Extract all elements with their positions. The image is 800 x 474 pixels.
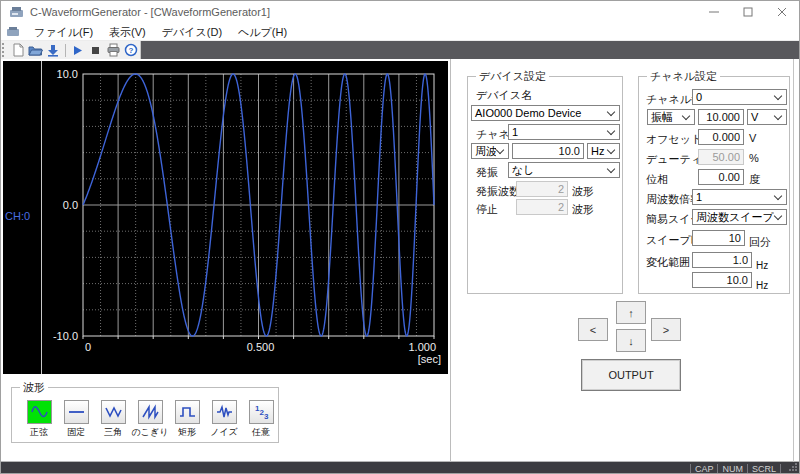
duty-unit: %: [749, 152, 759, 164]
channel-number-select[interactable]: 0: [692, 89, 787, 105]
waveform-button-sine[interactable]: [27, 400, 52, 424]
chevron-down-icon: [774, 213, 783, 222]
chevron-down-icon: [774, 93, 783, 102]
range-max-unit: Hz: [756, 280, 768, 291]
waveform-cell-sawtooth: のこぎり: [132, 400, 168, 439]
save-button[interactable]: [44, 42, 62, 59]
nav-down-button[interactable]: ↓: [616, 329, 646, 352]
waveform-plot: 10.00.0-10.000.5001.000[sec]CH:0: [3, 61, 448, 374]
svg-text:0.500: 0.500: [247, 341, 275, 353]
maximize-button[interactable]: [731, 1, 765, 23]
oscillation-waves-input: [516, 181, 568, 197]
app-icon: [9, 6, 24, 19]
freq-multiplier-select[interactable]: 1: [692, 189, 787, 205]
stop-waves-unit: 波形: [572, 202, 594, 217]
chevron-down-icon: [607, 109, 616, 118]
mdi-child-icon: [6, 26, 20, 38]
svg-text:123: 123: [255, 404, 269, 420]
phase-unit: 度: [749, 172, 760, 187]
sweep-select[interactable]: 周波数スイープ: [692, 209, 787, 225]
toolbar-separator: [65, 44, 66, 57]
new-file-button[interactable]: [9, 42, 27, 59]
statusbar-separator: [717, 464, 718, 473]
statusbar-cap: CAP: [695, 464, 714, 474]
channel-settings-label: チャネル設定: [647, 69, 720, 84]
waveform-cell-noise: ノイズ: [206, 400, 242, 439]
device-name-label: デバイス名: [476, 88, 532, 103]
frequency-unit-select[interactable]: Hz: [587, 143, 620, 159]
start-button[interactable]: [69, 42, 87, 59]
chevron-down-icon: [607, 147, 616, 156]
range-label: 変化範囲: [646, 255, 690, 270]
statusbar-separator: [690, 464, 691, 473]
waveform-button-fixed[interactable]: [64, 400, 89, 424]
svg-text:1.000: 1.000: [408, 341, 436, 353]
device-settings-group: デバイス設定 デバイス名 AIO000 Demo Device チャネル数 1 …: [467, 76, 623, 294]
offset-label: オフセット: [646, 132, 702, 147]
range-max-input[interactable]: [692, 272, 752, 288]
chevron-down-icon: [607, 166, 616, 175]
frequency-mode-select[interactable]: 周波数: [471, 143, 509, 159]
waveform-button-triangle[interactable]: [101, 400, 126, 424]
oscillation-waves-label: 発振波数: [476, 184, 520, 199]
help-button[interactable]: ?: [122, 42, 140, 59]
frequency-input[interactable]: [512, 143, 584, 159]
sweep-time-input[interactable]: [692, 230, 745, 246]
amplitude-input[interactable]: [698, 109, 744, 125]
print-button[interactable]: [104, 42, 122, 59]
svg-text:[sec]: [sec]: [418, 353, 441, 365]
statusbar-separator: [780, 464, 781, 473]
waveform-button-square[interactable]: [175, 400, 200, 424]
nav-up-button[interactable]: ↑: [616, 301, 646, 324]
resize-grip[interactable]: [788, 462, 798, 472]
oscillation-label: 発振: [476, 165, 498, 180]
waveform-cell-fixed: 固定: [58, 400, 94, 439]
minimize-button[interactable]: [697, 1, 731, 23]
statusbar: CAP NUM SCRL: [1, 462, 799, 474]
offset-input[interactable]: [698, 129, 744, 145]
channel-count-select[interactable]: 1: [508, 124, 620, 140]
waveform-label-sawtooth: のこぎり: [132, 426, 169, 439]
waveform-label-fixed: 固定: [67, 426, 85, 439]
output-button[interactable]: OUTPUT: [581, 359, 681, 391]
stop-label: 停止: [476, 202, 498, 217]
chevron-down-icon: [774, 113, 783, 122]
menu-file[interactable]: ファイル(F): [26, 23, 101, 41]
device-name-select[interactable]: AIO000 Demo Device: [471, 105, 620, 121]
waveform-cell-triangle: 三角: [95, 400, 131, 439]
oscillation-waves-unit: 波形: [572, 184, 594, 199]
device-settings-label: デバイス設定: [476, 69, 549, 84]
waveform-cell-arbitrary: 123 任意: [243, 400, 279, 439]
chevron-down-icon: [496, 147, 505, 156]
waveform-button-noise[interactable]: [212, 400, 237, 424]
phase-input[interactable]: [698, 169, 744, 185]
svg-text:?: ?: [129, 46, 134, 55]
svg-text:CH:0: CH:0: [5, 210, 30, 222]
stop-button[interactable]: [87, 42, 105, 59]
waveform-button-sawtooth[interactable]: [138, 400, 163, 424]
amplitude-unit-select[interactable]: V: [747, 109, 787, 125]
menu-device[interactable]: デバイス(D): [154, 23, 230, 41]
waveform-label-triangle: 三角: [104, 426, 122, 439]
waveform-button-arbitrary[interactable]: 123: [249, 400, 274, 424]
oscillation-select[interactable]: なし: [508, 162, 620, 178]
svg-text:-10.0: -10.0: [53, 330, 78, 342]
svg-text:0: 0: [85, 341, 91, 353]
waveform-label-square: 矩形: [178, 426, 196, 439]
range-min-input[interactable]: [692, 252, 752, 268]
open-file-button[interactable]: [27, 42, 45, 59]
close-button[interactable]: [765, 1, 799, 23]
waveform-group-label: 波形: [20, 380, 48, 395]
menu-view[interactable]: 表示(V): [101, 23, 154, 41]
nav-right-button[interactable]: >: [651, 318, 681, 341]
chevron-down-icon: [774, 193, 783, 202]
toolbar-grip[interactable]: [2, 43, 7, 57]
amplitude-mode-select[interactable]: 振幅: [647, 109, 695, 125]
waveform-display-panel: 10.00.0-10.000.5001.000[sec]CH:0: [3, 61, 448, 374]
menu-help[interactable]: ヘルプ(H): [230, 23, 295, 41]
nav-left-button[interactable]: <: [578, 318, 608, 341]
titlebar: C-WaveformGenerator - [CWaveformGenerato…: [1, 1, 799, 23]
phase-label: 位相: [646, 172, 668, 187]
toolbar-band: ?: [1, 41, 141, 59]
channel-settings-group: チャネル設定 チャネル番号 0 振幅 V オフセット V デューティ比 % 位相: [638, 76, 790, 294]
